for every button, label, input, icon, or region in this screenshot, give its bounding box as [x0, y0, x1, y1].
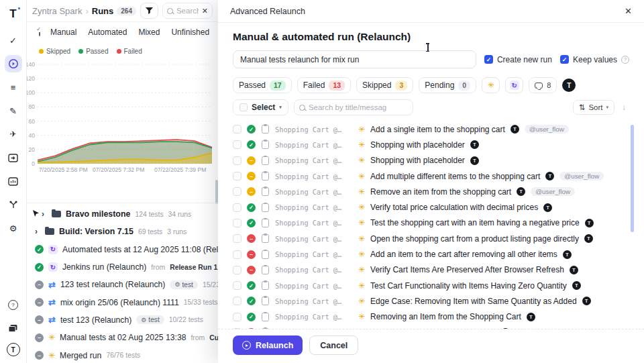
play-circle-icon[interactable]: [5, 55, 22, 72]
run-row[interactable]: –✳Manual tests at 02 Aug 2025 13:38fromC…: [27, 329, 218, 346]
chevron-down-icon: ▾: [279, 105, 282, 110]
copy-icon[interactable]: [5, 319, 22, 337]
chevron-right-icon[interactable]: ›: [35, 227, 40, 236]
run-row[interactable]: –⇄123 test relaunch (Relaunch)⚙test15/23…: [27, 276, 218, 293]
tab-unfinished[interactable]: Unfinished: [171, 28, 209, 37]
status-chip-failed[interactable]: Failed13: [297, 77, 351, 93]
sort-button[interactable]: ⇅ Sort ▾: [573, 100, 614, 115]
select-dropdown[interactable]: Select ▾: [233, 99, 288, 115]
cancel-button[interactable]: Cancel: [309, 335, 358, 355]
filter-button[interactable]: [140, 3, 158, 19]
modal-scrollbar-thumb[interactable]: [631, 125, 634, 232]
status-chip-skipped[interactable]: Skipped3: [356, 77, 413, 93]
keep-values-checkbox[interactable]: ✓: [560, 55, 569, 64]
tests-search-input[interactable]: [309, 103, 408, 111]
test-row[interactable]: –Shopping Cart @…✳Verify Cart Items Are …: [233, 262, 629, 278]
profile-avatar[interactable]: T: [7, 343, 20, 356]
test-checkbox[interactable]: [233, 172, 241, 180]
test-row[interactable]: ✓Shopping Cart @…✳Add a single item to t…: [233, 121, 629, 137]
help-icon[interactable]: ?: [5, 296, 22, 313]
chevron-right-icon[interactable]: ›: [42, 209, 47, 219]
assignee-avatar[interactable]: T: [562, 79, 576, 92]
select-all-checkbox[interactable]: [239, 103, 248, 111]
import-box-icon[interactable]: [5, 149, 22, 166]
branch-icon[interactable]: [5, 196, 22, 213]
test-title: Remove an item from the shopping cart: [370, 187, 511, 197]
test-row[interactable]: ✓Shopping Cart @…✳Removing an Item from …: [233, 309, 629, 325]
test-title: Add an item to the cart after removing a…: [370, 250, 557, 259]
create-new-run-checkbox[interactable]: ✓: [484, 55, 493, 64]
test-row[interactable]: ✓Shopping Cart @…✳Shopping with placehol…: [233, 137, 629, 152]
help-circle-icon[interactable]: ?: [621, 56, 629, 64]
keep-values-option[interactable]: ✓ Keep values ?: [560, 55, 629, 64]
runs-search-input[interactable]: [176, 7, 199, 15]
close-icon[interactable]: ✕: [625, 6, 632, 16]
test-checkbox[interactable]: [233, 156, 241, 165]
run-row[interactable]: –✳Merged run76/76 tests: [27, 346, 218, 363]
test-row[interactable]: ✓Shopping Cart @…✳Verify total price cal…: [233, 199, 629, 215]
list-check-icon[interactable]: ≡: [5, 79, 22, 96]
legend-dot: [39, 49, 44, 54]
test-checkbox[interactable]: [233, 313, 241, 321]
breadcrumb-separator: ›: [85, 6, 88, 16]
status-chip-passed[interactable]: Passed17: [233, 77, 292, 93]
test-checkbox[interactable]: [233, 140, 241, 149]
test-checkbox[interactable]: [233, 187, 241, 196]
automated-icon: ↻: [48, 245, 58, 254]
test-checkbox[interactable]: [233, 125, 241, 134]
relaunch-button[interactable]: Relaunch: [233, 335, 303, 355]
test-row[interactable]: ✓Shopping Cart @…✳Edge Case: Removing It…: [233, 293, 629, 309]
runs-search[interactable]: ✕: [162, 3, 213, 19]
test-row[interactable]: –Shopping Cart @…✳Add an item to the car…: [233, 246, 629, 262]
test-checkbox[interactable]: [233, 234, 241, 243]
test-case-id: Shopping Cart @…: [275, 282, 353, 290]
test-checkbox[interactable]: [233, 219, 241, 227]
test-row[interactable]: –Shopping Cart @…✳Add multiple different…: [233, 168, 629, 184]
test-checkbox[interactable]: [233, 328, 241, 329]
clear-search-icon[interactable]: ✕: [202, 7, 208, 15]
tests-search[interactable]: [294, 99, 413, 115]
status-chip-count: 0: [458, 81, 470, 91]
test-row[interactable]: –Shopping Cart @…✳Open the shopping cart…: [233, 231, 629, 246]
download-arrow-icon[interactable]: ↓: [619, 103, 629, 112]
logo-T-icon[interactable]: T: [5, 5, 22, 23]
report-box-icon[interactable]: [5, 172, 22, 190]
milestone-row[interactable]: ›Bravo milestone124 tests34 runs: [27, 205, 218, 223]
test-checkbox[interactable]: [233, 297, 241, 305]
tab-automated[interactable]: Automated: [88, 28, 127, 37]
run-row[interactable]: –⇄mix origin 25/06 (Relaunch) 111115/33 …: [27, 293, 218, 311]
test-row[interactable]: ✓Shopping Cart @…✳Test Cart Functionalit…: [233, 278, 629, 293]
manual-type-filter-button[interactable]: ✳: [482, 77, 500, 93]
comments-filter-button[interactable]: 8: [529, 77, 557, 93]
test-checkbox[interactable]: [233, 281, 241, 290]
run-row[interactable]: ✓↻Automated tests at 12 Aug 2025 11:08 (…: [27, 241, 218, 258]
author-avatar: T: [585, 219, 594, 227]
test-checkbox[interactable]: [233, 250, 241, 259]
tab-mixed[interactable]: Mixed: [138, 28, 160, 37]
automated-type-filter-button[interactable]: ↻: [505, 77, 523, 93]
test-row[interactable]: –Shopping Cart @…✳Shopping with placehol…: [233, 153, 629, 168]
manual-burst-icon: ✳: [358, 282, 365, 290]
gear-icon[interactable]: ⚙: [5, 219, 22, 237]
milestone-row[interactable]: ›Build: Version 7.1569 tests3 runs: [27, 223, 218, 240]
tab-manual[interactable]: Manual: [50, 28, 76, 37]
legend-item-passed: Passed: [78, 48, 108, 55]
test-checkbox[interactable]: [233, 266, 241, 274]
test-row[interactable]: –Shopping Cart @…✳Test Removing an Item …: [233, 325, 629, 329]
test-checkbox[interactable]: [233, 203, 241, 212]
run-name-input[interactable]: [233, 50, 476, 68]
select-runs-icon[interactable]: [39, 28, 40, 36]
run-row[interactable]: –⇄test 123 (Relaunch)⚙test10/22 tests: [27, 311, 218, 329]
create-new-run-option[interactable]: ✓ Create new run: [484, 55, 552, 64]
manual-burst-icon: ✳: [488, 81, 494, 89]
test-row[interactable]: –Shopping Cart @…✳Remove an item from th…: [233, 184, 629, 199]
milestone-meta: 3 runs: [167, 228, 186, 236]
status-chip-pending[interactable]: Pending0: [419, 77, 476, 93]
plane-icon[interactable]: ✈: [5, 125, 22, 143]
x-axis-label: 07/20/2025 7:32 PM: [93, 166, 144, 173]
check-icon[interactable]: ✓: [5, 32, 22, 49]
pencil-icon[interactable]: ✎: [5, 102, 22, 119]
run-row[interactable]: ✓↻Jenkins run (Relaunch)fromRelease Run …: [27, 258, 218, 276]
breadcrumb-project[interactable]: Zyntra Spark: [32, 6, 82, 16]
test-row[interactable]: ✓Shopping Cart @…✳Test the shopping cart…: [233, 215, 629, 231]
